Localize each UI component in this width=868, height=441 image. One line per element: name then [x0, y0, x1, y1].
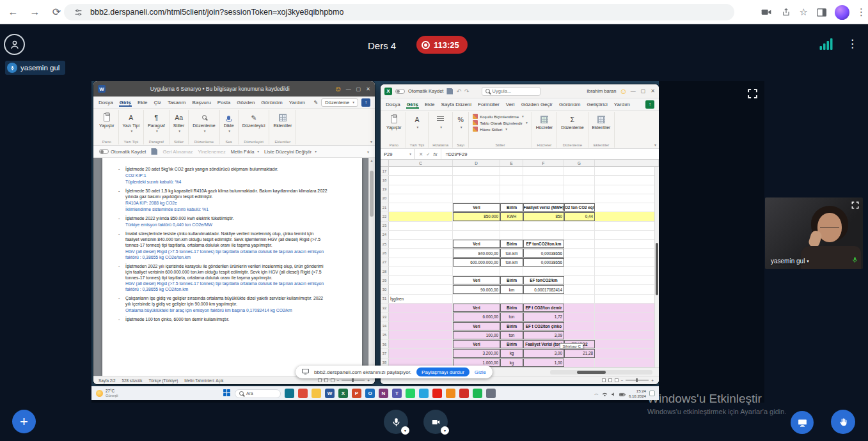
grid-cell[interactable] [389, 313, 453, 321]
save-button[interactable] [151, 148, 157, 155]
row-header-23[interactable]: 23 [381, 222, 389, 230]
raise-hand-button[interactable] [831, 410, 855, 434]
grid-cell[interactable] [523, 295, 564, 303]
excel-share-button[interactable]: ↑ [645, 100, 654, 109]
word-ribbon-paragraph[interactable]: ¶Paragraf [148, 112, 165, 133]
taskbar-app-settings[interactable] [486, 389, 496, 398]
word-menu-8[interactable]: Görünüm [260, 98, 283, 107]
qat-item-5[interactable]: Liste Düzeyini Değiştir [264, 149, 317, 155]
select-all-corner[interactable] [381, 160, 389, 166]
word-ribbon-styles[interactable]: AaStiller [173, 112, 185, 133]
grid-cell[interactable] [389, 331, 453, 339]
excel-vertical-scrollbar[interactable] [654, 167, 659, 368]
grid-cell[interactable] [523, 194, 564, 203]
editing-mode-button[interactable]: Düzenleme [321, 98, 358, 107]
formula-input[interactable]: =D29*F29 [441, 151, 467, 157]
search-box[interactable]: Uygula... [482, 87, 541, 96]
mic-options-badge[interactable]: ▾ [401, 426, 409, 435]
grid-cell[interactable] [595, 222, 659, 230]
column-header-E[interactable]: E [500, 160, 523, 166]
grid-cell[interactable] [523, 176, 564, 184]
grid-cell[interactable]: Birim [500, 322, 523, 330]
taskbar-app-word[interactable]: W [325, 389, 335, 398]
row-header-31[interactable]: 31 [381, 295, 389, 303]
grid-cell[interactable] [389, 258, 453, 267]
grid-cell[interactable] [453, 222, 500, 230]
grid-cell[interactable]: 0,00038656 [523, 249, 564, 257]
word-menu-6[interactable]: Posta [217, 98, 231, 107]
camera-options-badge[interactable]: ▾ [441, 426, 449, 435]
row-header-34[interactable]: 34 [381, 322, 389, 330]
grid-cell[interactable]: 1,00 [523, 359, 564, 367]
grid-cell[interactable]: 0,00017082414 [523, 285, 564, 293]
grid-cell[interactable] [453, 267, 500, 275]
grid-cell[interactable] [564, 304, 595, 312]
excel-menu-7[interactable]: Görünüm [558, 100, 581, 109]
enter-icon[interactable]: ✓ [426, 151, 430, 157]
grid-cell[interactable] [389, 222, 453, 230]
grid-cell[interactable] [564, 322, 595, 330]
scrollbar-thumb[interactable] [577, 371, 606, 374]
taskbar-app-powerpoint[interactable]: P [352, 389, 361, 398]
notification-center-icon[interactable] [649, 391, 655, 396]
grid-cell[interactable]: Veri [453, 276, 500, 284]
grid-cell[interactable] [564, 231, 595, 239]
back-button[interactable]: ← [4, 3, 22, 20]
scrollbar-thumb[interactable] [370, 171, 374, 217]
grid-cell[interactable] [595, 176, 659, 184]
site-settings-icon[interactable] [72, 6, 84, 19]
scroll-up-icon[interactable]: ▲ [369, 159, 374, 162]
toggle-userlist-button[interactable] [4, 34, 25, 55]
forward-button[interactable]: → [26, 3, 43, 20]
grid-cell[interactable] [389, 194, 453, 203]
row-header-29[interactable]: 29 [381, 276, 389, 284]
excel-ribbon-align[interactable] [437, 114, 444, 129]
grid-cell[interactable] [453, 295, 500, 303]
autosave-toggle[interactable]: Otomatik Kaydet [99, 149, 146, 155]
word-ribbon-mic[interactable]: Dikte [224, 112, 234, 133]
grid-cell[interactable] [595, 185, 659, 194]
grid-cell[interactable] [564, 267, 595, 275]
column-header-C[interactable]: C [389, 160, 453, 166]
webcam-user-label[interactable]: yasemin gul ▾ [771, 258, 809, 265]
grid-cell[interactable]: Veri [453, 322, 500, 330]
word-menu-4[interactable]: Tasarım [167, 98, 186, 107]
grid-cell[interactable] [500, 167, 523, 175]
grid-cell[interactable]: Birim [500, 276, 523, 284]
excel-menu-0[interactable]: Dosya [385, 100, 401, 109]
taskbar-app-outlook[interactable]: O [365, 389, 375, 398]
excel-ribbon-editing[interactable]: ΣDüzenleme [561, 114, 583, 130]
excel-ribbon-clipboard[interactable]: Yapıştır [386, 114, 402, 130]
grid-cell[interactable]: Veri [453, 304, 500, 312]
volume-icon[interactable] [611, 388, 616, 399]
formula-buttons[interactable]: ✕ ✓ fx [415, 149, 441, 159]
grid-cell[interactable]: Birim [500, 203, 523, 212]
grid-cell[interactable]: Faaliyet Verisi (ton) [523, 340, 564, 348]
grid-cell[interactable] [500, 194, 523, 203]
grid-cell[interactable] [500, 222, 523, 230]
grid-cell[interactable]: EF t CO2/ton demir [523, 304, 564, 312]
grid-cell[interactable]: 850 [523, 212, 564, 220]
excel-menu-6[interactable]: Gözden Geçir [521, 100, 553, 109]
word-view-controls[interactable]: −+ [318, 378, 370, 383]
grid-cell[interactable] [595, 194, 659, 203]
grid-cell[interactable] [500, 185, 523, 194]
row-header-32[interactable]: 32 [381, 304, 389, 312]
grid-cell[interactable] [389, 185, 453, 194]
grid-cell[interactable]: ton.km [500, 258, 523, 267]
grid-cell[interactable] [595, 359, 659, 367]
grid-cell[interactable] [595, 203, 659, 212]
grid-cell[interactable] [564, 176, 595, 184]
grid-cell[interactable]: 90.000,00 [453, 285, 500, 293]
grid-cell[interactable]: 840.000,00 [453, 249, 500, 257]
column-header-rest[interactable] [595, 160, 659, 166]
insert-function-icon[interactable]: fx [434, 151, 438, 157]
grid-cell[interactable]: 600.000.000,00 [453, 258, 500, 267]
word-menu-1[interactable]: Giriş [119, 98, 132, 107]
grid-cell[interactable]: 3,09 [523, 331, 564, 339]
tab-sharing-camera-icon[interactable] [760, 6, 773, 19]
row-header-20[interactable]: 20 [381, 194, 389, 203]
taskbar-app-folder[interactable] [312, 389, 321, 398]
grid-cell[interactable] [389, 240, 453, 248]
grid-cell[interactable] [389, 304, 453, 312]
